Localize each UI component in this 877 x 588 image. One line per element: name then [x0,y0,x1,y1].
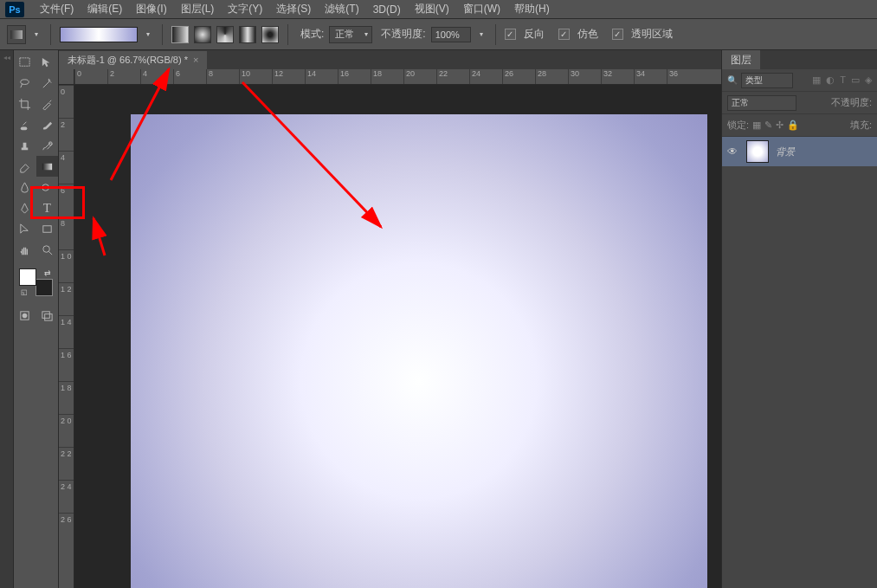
fill-label: 填充: [850,119,872,132]
gradient-linear-icon[interactable] [171,26,189,43]
gradient-preview[interactable] [60,27,138,42]
foreground-color-swatch[interactable] [19,268,36,286]
menu-edit[interactable]: 编辑(E) [81,0,129,18]
gradient-radial-icon[interactable] [194,26,211,43]
filter-adjust-icon[interactable]: ◐ [826,74,835,86]
document-area: 未标题-1 @ 66.7%(RGB/8) * × 024681012141618… [59,50,721,588]
opacity-label: 不透明度: [381,27,425,42]
opacity-label: 不透明度: [831,96,872,109]
close-icon[interactable]: × [193,55,198,65]
marquee-tool[interactable] [14,52,36,73]
swap-colors-icon[interactable]: ⇄ [44,268,51,277]
menu-window[interactable]: 窗口(W) [456,0,507,18]
blend-mode-select[interactable]: 正常 ▾ [329,26,372,43]
menu-file[interactable]: 文件(F) [33,0,81,18]
hand-tool[interactable] [14,239,36,260]
canvas[interactable] [131,114,707,588]
lasso-tool[interactable] [14,73,36,94]
path-selection-tool[interactable] [14,218,36,239]
menu-layer[interactable]: 图层(L) [174,0,222,18]
transparency-label: 透明区域 [631,27,673,42]
menu-3d[interactable]: 3D(D) [366,2,408,17]
transparency-checkbox[interactable] [612,29,623,40]
reverse-label: 反向 [524,27,545,42]
toolbox: T ⇄ ◱ [14,50,59,588]
layer-name[interactable]: 背景 [776,145,795,158]
background-color-swatch[interactable] [35,279,53,296]
filter-smart-icon[interactable]: ◈ [865,74,872,86]
zoom-tool[interactable] [36,239,59,260]
default-colors-icon[interactable]: ◱ [21,288,28,296]
dropdown-icon[interactable]: ▾ [476,30,487,38]
magic-wand-tool[interactable] [36,73,59,94]
svg-rect-2 [21,126,28,130]
type-tool[interactable]: T [36,197,59,218]
shape-tool[interactable] [36,218,59,239]
menu-help[interactable]: 帮助(H) [507,0,557,18]
layer-list: 👁 背景 [722,137,877,588]
eraser-tool[interactable] [14,156,36,177]
ruler-origin[interactable] [59,69,74,85]
canvas-background[interactable] [74,85,721,588]
blur-tool[interactable] [14,177,36,197]
dropdown-icon[interactable]: ▾ [31,30,42,38]
menu-filter[interactable]: 滤镜(T) [318,0,365,18]
mode-label: 模式: [300,27,324,42]
horizontal-ruler[interactable]: 024681012141618202224262830323436 [74,69,721,85]
dodge-tool[interactable] [36,177,59,197]
screen-mode-tool[interactable] [36,305,59,326]
ps-logo: Ps [5,2,24,17]
brush-tool[interactable] [36,114,59,135]
move-tool[interactable] [36,52,59,73]
color-swatches: ⇄ ◱ [19,268,53,296]
clone-stamp-tool[interactable] [14,135,36,156]
svg-rect-0 [20,57,29,65]
history-brush-tool[interactable] [36,135,59,156]
vertical-ruler[interactable]: 024681 01 21 41 61 82 02 22 42 6 [59,85,74,588]
lock-position-icon[interactable]: ✢ [776,120,783,131]
filter-pixel-icon[interactable]: ▦ [812,74,821,86]
crop-tool[interactable] [14,94,36,114]
lock-transparency-icon[interactable]: ▦ [752,120,761,131]
menu-type[interactable]: 文字(Y) [221,0,269,18]
lock-all-icon[interactable]: 🔒 [787,120,799,131]
svg-point-9 [23,313,28,318]
grip-icon: ◂◂ [3,54,10,61]
svg-rect-6 [43,225,51,232]
blend-mode-select[interactable]: 正常 [727,95,796,111]
layers-tab[interactable]: 图层 [722,50,760,69]
lock-label: 锁定: [727,119,749,132]
menu-view[interactable]: 视图(V) [408,0,456,18]
layer-thumbnail[interactable] [746,140,769,163]
svg-rect-10 [42,311,49,318]
eyedropper-tool[interactable] [36,94,59,114]
collapsed-panel-strip[interactable]: ◂◂ [0,50,14,588]
quick-mask-tool[interactable] [14,305,36,326]
tool-preset-picker[interactable] [7,25,26,44]
opacity-input[interactable]: 100% [431,27,471,42]
gradient-tool[interactable] [36,156,59,177]
healing-brush-tool[interactable] [14,114,36,135]
document-tab[interactable]: 未标题-1 @ 66.7%(RGB/8) * × [59,51,207,69]
filter-shape-icon[interactable]: ▭ [851,74,860,86]
dropdown-icon[interactable]: ▾ [143,30,153,38]
svg-point-7 [43,245,50,252]
gradient-diamond-icon[interactable] [261,26,279,43]
menu-image[interactable]: 图像(I) [129,0,173,18]
reverse-checkbox[interactable] [505,29,516,40]
gradient-angle-icon[interactable] [216,26,234,43]
panels: 图层 🔍 类型 ▦ ◐ T ▭ ◈ 正常 不透明度: 锁定: ▦ ✎ ✢ 🔒 填… [721,50,877,588]
layer-filter-select[interactable]: 类型 [741,73,793,88]
filter-type-icon[interactable]: T [840,74,846,86]
options-bar: ▾ ▾ 模式: 正常 ▾ 不透明度: 100% ▾ 反向 仿色 透明区域 [0,19,877,50]
lock-pixels-icon[interactable]: ✎ [764,120,772,131]
document-tabs: 未标题-1 @ 66.7%(RGB/8) * × [59,50,721,69]
pen-tool[interactable] [14,197,36,218]
svg-rect-11 [44,313,51,320]
gradient-reflected-icon[interactable] [239,26,256,43]
dither-checkbox[interactable] [558,29,570,40]
visibility-icon[interactable]: 👁 [727,145,739,158]
document-title: 未标题-1 @ 66.7%(RGB/8) * [68,54,188,67]
menu-select[interactable]: 选择(S) [269,0,318,18]
layer-row[interactable]: 👁 背景 [722,137,877,166]
